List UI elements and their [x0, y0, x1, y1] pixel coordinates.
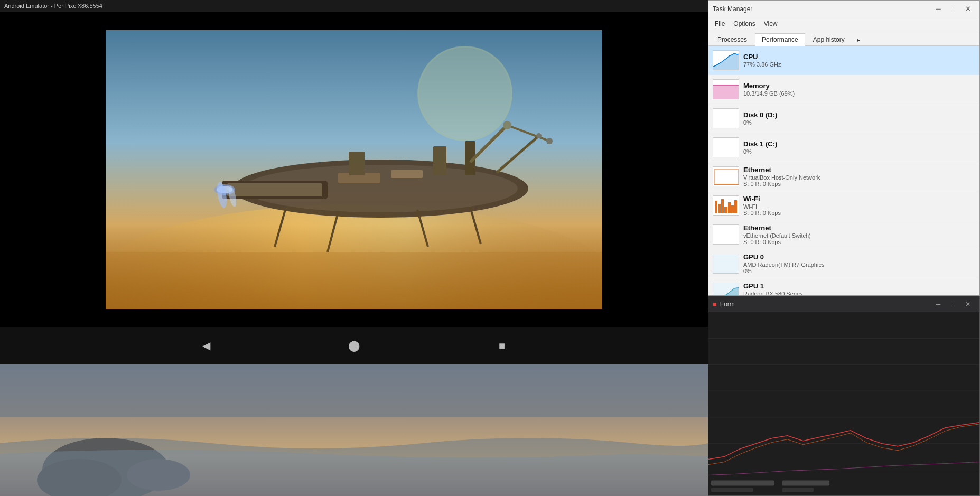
disk0-mini-graph [713, 108, 739, 128]
tm-close-button[interactable]: ✕ [960, 2, 975, 16]
ethernet1-sub: VirtualBox Host-Only Network [743, 174, 975, 181]
wifi-info: Wi-Fi Wi-Fi S: 0 R: 0 Kbps [743, 195, 975, 216]
tm-menu-view[interactable]: View [760, 19, 782, 29]
tm-titlebar: Task Manager ─ □ ✕ [708, 1, 979, 17]
sidebar-item-cpu[interactable]: CPU 77% 3.86 GHz [708, 46, 979, 75]
sidebar-item-ethernet2[interactable]: Ethernet vEthernet (Default Switch) S: 0… [708, 220, 979, 249]
svg-rect-49 [782, 480, 829, 485]
gpu0-name: GPU 0 [743, 253, 975, 261]
disk1-name: Disk 1 (C:) [743, 140, 975, 148]
tm-maximize-button[interactable]: □ [946, 2, 960, 16]
tab-processes[interactable]: Processes [711, 33, 754, 45]
wifi-stat: S: 0 R: 0 Kbps [743, 210, 975, 216]
sidebar-item-wifi[interactable]: Wi-Fi Wi-Fi S: 0 R: 0 Kbps [708, 191, 979, 220]
emulator-nav: ◀ ⬤ ■ [0, 327, 708, 364]
tab-more[interactable]: ▸ [854, 34, 864, 45]
screen-image[interactable] [106, 30, 602, 309]
sidebar-item-gpu1[interactable]: GPU 1 Radeon RX 580 Series 55% [708, 278, 979, 295]
svg-point-23 [546, 138, 553, 144]
wifi-mini-graph [713, 195, 739, 216]
svg-point-24 [536, 133, 542, 138]
nav-back-button[interactable]: ◀ [195, 335, 217, 356]
svg-rect-16 [349, 152, 365, 175]
task-manager-window: Task Manager ─ □ ✕ File Options View Pro… [708, 0, 980, 296]
ethernet2-info: Ethernet vEthernet (Default Switch) S: 0… [743, 224, 975, 245]
form-titlebar: ■ Form ─ □ ✕ [708, 296, 979, 312]
svg-rect-25 [106, 252, 602, 309]
gpu0-mini-graph [713, 254, 739, 274]
nav-home-button[interactable]: ⬤ [343, 335, 365, 356]
memory-sub: 10.3/14.9 GB (69%) [743, 90, 975, 97]
emulator-screen[interactable] [0, 12, 708, 327]
svg-point-2 [417, 46, 512, 141]
disk1-mini-graph [713, 137, 739, 157]
tm-tabs: Processes Performance App history ▸ [708, 30, 979, 46]
svg-rect-39 [708, 312, 979, 495]
disk0-sub: 0% [743, 119, 975, 126]
form-content [708, 312, 979, 495]
svg-rect-48 [711, 488, 753, 492]
emulator-window: Android Emulator - PerfPixelX86:5554 [0, 0, 708, 496]
ethernet2-sub: vEthernet (Default Switch) [743, 232, 975, 239]
svg-rect-50 [782, 488, 814, 492]
sidebar-item-memory[interactable]: Memory 10.3/14.9 GB (69%) [708, 75, 979, 104]
ethernet2-stat: S: 0 R: 0 Kbps [743, 239, 975, 245]
ethernet1-info: Ethernet VirtualBox Host-Only Network S:… [743, 166, 975, 187]
gpu0-stat: 0% [743, 268, 975, 274]
wifi-name: Wi-Fi [743, 195, 975, 203]
gpu0-info: GPU 0 AMD Radeon(TM) R7 Graphics 0% [743, 253, 975, 274]
sidebar-item-gpu0[interactable]: GPU 0 AMD Radeon(TM) R7 Graphics 0% [708, 249, 979, 278]
emulator-title: Android Emulator - PerfPixelX86:5554 [4, 3, 102, 9]
sidebar-item-disk1[interactable]: Disk 1 (C:) 0% [708, 133, 979, 162]
memory-info: Memory 10.3/14.9 GB (69%) [743, 82, 975, 97]
form-close-button[interactable]: ✕ [960, 297, 975, 312]
form-title: Form [720, 301, 931, 308]
sidebar-item-disk0[interactable]: Disk 0 (D:) 0% [708, 104, 979, 133]
gpu1-sub: Radeon RX 580 Series [743, 291, 975, 295]
cpu-info: CPU 77% 3.86 GHz [743, 53, 975, 68]
nav-recent-button[interactable]: ■ [491, 335, 512, 356]
tab-app-history[interactable]: App history [806, 33, 852, 45]
form-minimize-button[interactable]: ─ [931, 297, 946, 312]
gpu1-name: GPU 1 [743, 282, 975, 290]
tm-menubar: File Options View [708, 17, 979, 30]
memory-mini-graph [713, 79, 739, 99]
form-maximize-button[interactable]: □ [946, 297, 960, 312]
tm-sidebar: CPU 77% 3.86 GHz Memory 10.3/14.9 GB (69… [708, 46, 979, 295]
tab-performance[interactable]: Performance [755, 33, 805, 46]
svg-rect-29 [0, 364, 708, 417]
sidebar-item-ethernet1[interactable]: Ethernet VirtualBox Host-Only Network S:… [708, 162, 979, 191]
svg-rect-17 [433, 146, 446, 175]
emulator-titlebar: Android Emulator - PerfPixelX86:5554 [0, 0, 708, 12]
gpu1-mini-graph [713, 283, 739, 295]
tm-title: Task Manager [713, 5, 931, 13]
disk1-sub: 0% [743, 148, 975, 155]
ethernet2-mini-graph [713, 224, 739, 245]
gpu1-info: GPU 1 Radeon RX 580 Series 55% [743, 282, 975, 295]
gpu0-sub: AMD Radeon(TM) R7 Graphics [743, 261, 975, 268]
tm-menu-options[interactable]: Options [729, 19, 759, 29]
svg-rect-7 [227, 183, 322, 196]
emulator-content: ◀ ⬤ ■ [0, 12, 708, 496]
ethernet1-mini-graph [713, 166, 739, 186]
disk0-name: Disk 0 (D:) [743, 111, 975, 119]
cpu-name: CPU [743, 53, 975, 61]
memory-name: Memory [743, 82, 975, 90]
svg-rect-9 [391, 170, 423, 178]
svg-rect-47 [711, 480, 774, 485]
wifi-sub: Wi-Fi [743, 203, 975, 210]
svg-marker-33 [713, 53, 739, 70]
disk1-info: Disk 1 (C:) 0% [743, 140, 975, 155]
form-window: ■ Form ─ □ ✕ [708, 296, 980, 496]
tm-minimize-button[interactable]: ─ [931, 2, 946, 16]
emulator-wallpaper [0, 364, 708, 496]
disk0-info: Disk 0 (D:) 0% [743, 111, 975, 126]
svg-rect-34 [714, 170, 739, 184]
ethernet2-name: Ethernet [743, 224, 975, 232]
ethernet1-name: Ethernet [743, 166, 975, 174]
cpu-mini-graph [713, 50, 739, 70]
tm-menu-file[interactable]: File [711, 19, 729, 29]
svg-point-22 [503, 121, 511, 129]
form-icon: ■ [713, 300, 717, 308]
cpu-sub: 77% 3.86 GHz [743, 61, 975, 68]
